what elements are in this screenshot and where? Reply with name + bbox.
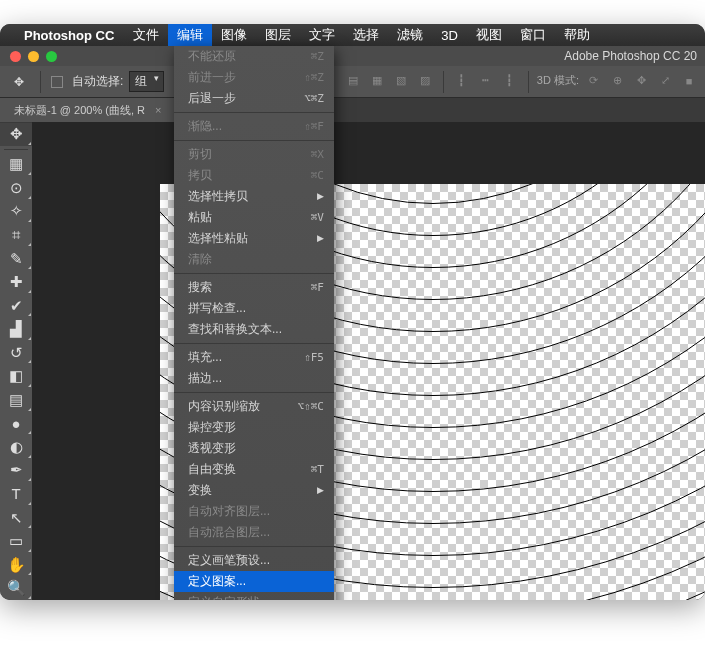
3d-pan-icon[interactable]: ⊕ <box>607 71 627 91</box>
menu-item: 自动对齐图层... <box>174 501 334 522</box>
blur-tool[interactable]: ● <box>0 412 32 436</box>
pen-tool[interactable]: ✒ <box>0 459 32 483</box>
close-tab-icon[interactable]: × <box>155 104 161 116</box>
menu-图像[interactable]: 图像 <box>212 24 256 46</box>
submenu-arrow-icon: ▶ <box>317 482 324 499</box>
document-tabs: 未标题-1 @ 200% (曲线, R × <box>0 98 705 122</box>
menu-item: 自动混合图层... <box>174 522 334 543</box>
menu-编辑[interactable]: 编辑 <box>168 24 212 46</box>
menu-item: 定义自定形状... <box>174 592 334 600</box>
menu-文字[interactable]: 文字 <box>300 24 344 46</box>
menu-item[interactable]: 拼写检查... <box>174 298 334 319</box>
dodge-tool[interactable]: ◐ <box>0 435 32 459</box>
menu-item[interactable]: 变换▶ <box>174 480 334 501</box>
path-select-tool[interactable]: ↖ <box>0 506 32 530</box>
gradient-tool[interactable]: ▤ <box>0 388 32 412</box>
system-menubar: Photoshop CC 文件编辑图像图层文字选择滤镜3D视图窗口帮助 <box>0 24 705 46</box>
menu-item[interactable]: 定义图案... <box>174 571 334 592</box>
brush-tool[interactable]: ✔ <box>0 294 32 318</box>
menu-item[interactable]: 后退一步⌥⌘Z <box>174 88 334 109</box>
rectangle-tool[interactable]: ▭ <box>0 529 32 553</box>
menu-文件[interactable]: 文件 <box>124 24 168 46</box>
menu-item[interactable]: 填充...⇧F5 <box>174 347 334 368</box>
hand-tool[interactable]: ✋ <box>0 553 32 577</box>
distribute-h-icon[interactable]: ┇ <box>452 71 472 91</box>
menu-item: 清除 <box>174 249 334 270</box>
menu-item[interactable]: 透视变形 <box>174 438 334 459</box>
menu-窗口[interactable]: 窗口 <box>511 24 555 46</box>
document-tab-label: 未标题-1 @ 200% (曲线, R <box>14 103 145 118</box>
menu-item: 拷贝⌘C <box>174 165 334 186</box>
type-tool[interactable]: T <box>0 482 32 506</box>
window-titlebar: Adobe Photoshop CC 20 <box>0 46 705 66</box>
move-tool[interactable]: ✥ <box>0 122 32 146</box>
menu-item[interactable]: 查找和替换文本... <box>174 319 334 340</box>
menu-3D[interactable]: 3D <box>432 24 467 46</box>
history-brush-tool[interactable]: ↺ <box>0 341 32 365</box>
app-name[interactable]: Photoshop CC <box>24 28 114 43</box>
clone-stamp-tool[interactable]: ▟ <box>0 317 32 341</box>
3d-camera-icon[interactable]: ■ <box>679 71 699 91</box>
eyedropper-tool[interactable]: ✎ <box>0 247 32 271</box>
edit-menu-dropdown: 不能还原⌘Z前进一步⇧⌘Z后退一步⌥⌘Z渐隐...⇧⌘F剪切⌘X拷贝⌘C选择性拷… <box>174 46 334 600</box>
auto-select-label: 自动选择: <box>72 73 123 90</box>
document-tab[interactable]: 未标题-1 @ 200% (曲线, R × <box>0 98 178 122</box>
tools-panel: ✥▦⊙✧⌗✎✚✔▟↺◧▤●◐✒T↖▭✋🔍 <box>0 122 32 600</box>
auto-select-dropdown[interactable]: 组 <box>129 71 164 92</box>
submenu-arrow-icon: ▶ <box>317 188 324 205</box>
submenu-arrow-icon: ▶ <box>317 230 324 247</box>
3d-scale-icon[interactable]: ⤢ <box>655 71 675 91</box>
menu-item[interactable]: 选择性拷贝▶ <box>174 186 334 207</box>
menu-图层[interactable]: 图层 <box>256 24 300 46</box>
menu-item[interactable]: 粘贴⌘V <box>174 207 334 228</box>
lasso-tool[interactable]: ⊙ <box>0 176 32 200</box>
menu-item[interactable]: 定义画笔预设... <box>174 550 334 571</box>
align-top-icon[interactable]: ▦ <box>367 71 387 91</box>
3d-move-icon[interactable]: ✥ <box>631 71 651 91</box>
menu-item[interactable]: 自由变换⌘T <box>174 459 334 480</box>
3d-orbit-icon[interactable]: ⟳ <box>583 71 603 91</box>
distribute-3-icon[interactable]: ┇ <box>500 71 520 91</box>
menu-视图[interactable]: 视图 <box>467 24 511 46</box>
mode-3d-label: 3D 模式: <box>537 71 579 91</box>
current-tool-icon[interactable]: ✥ <box>8 75 30 89</box>
menu-选择[interactable]: 选择 <box>344 24 388 46</box>
align-bottom-icon[interactable]: ▨ <box>415 71 435 91</box>
menu-item: 渐隐...⇧⌘F <box>174 116 334 137</box>
menu-item[interactable]: 操控变形 <box>174 417 334 438</box>
distribute-v-icon[interactable]: ┅ <box>476 71 496 91</box>
window-title: Adobe Photoshop CC 20 <box>564 49 697 63</box>
menu-滤镜[interactable]: 滤镜 <box>388 24 432 46</box>
menu-帮助[interactable]: 帮助 <box>555 24 599 46</box>
eraser-tool[interactable]: ◧ <box>0 364 32 388</box>
menu-item: 前进一步⇧⌘Z <box>174 67 334 88</box>
minimize-window-button[interactable] <box>28 51 39 62</box>
healing-brush-tool[interactable]: ✚ <box>0 270 32 294</box>
menu-item[interactable]: 选择性粘贴▶ <box>174 228 334 249</box>
zoom-window-button[interactable] <box>46 51 57 62</box>
crop-tool[interactable]: ⌗ <box>0 223 32 247</box>
menu-item: 不能还原⌘Z <box>174 46 334 67</box>
magic-wand-tool[interactable]: ✧ <box>0 200 32 224</box>
menu-item[interactable]: 内容识别缩放⌥⇧⌘C <box>174 396 334 417</box>
close-window-button[interactable] <box>10 51 21 62</box>
menu-item[interactable]: 搜索⌘F <box>174 277 334 298</box>
align-middle-icon[interactable]: ▧ <box>391 71 411 91</box>
zoom-tool[interactable]: 🔍 <box>0 576 32 600</box>
options-bar: ✥ 自动选择: 组 ▤ ▥ ▤ ▦ ▧ ▨ ┇ ┅ ┇ 3D 模式: ⟳ ⊕ ✥… <box>0 66 705 98</box>
align-right-icon[interactable]: ▤ <box>343 71 363 91</box>
artboard-tool[interactable]: ▦ <box>0 153 32 177</box>
menu-item: 剪切⌘X <box>174 144 334 165</box>
alignment-controls: ▤ ▥ ▤ ▦ ▧ ▨ ┇ ┅ ┇ 3D 模式: ⟳ ⊕ ✥ ⤢ ■ <box>295 71 705 93</box>
menu-item[interactable]: 描边... <box>174 368 334 389</box>
auto-select-checkbox[interactable] <box>51 76 63 88</box>
